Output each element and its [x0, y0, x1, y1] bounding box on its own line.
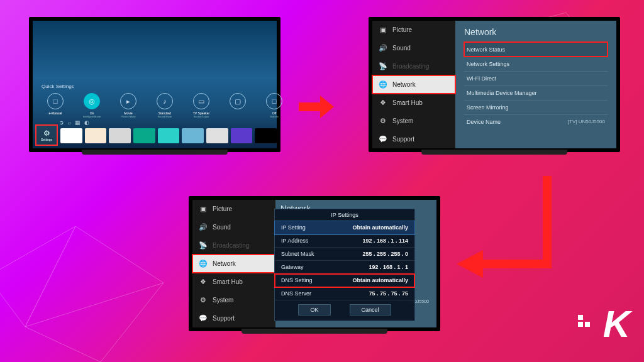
picture-icon: ▣ — [379, 26, 387, 34]
sound-icon: 🔊 — [199, 223, 208, 231]
menu-item-network[interactable]: 🌐Network — [192, 255, 275, 273]
menu-item-sound[interactable]: 🔊Sound — [192, 218, 275, 236]
ambient-icon[interactable]: ◐ — [84, 119, 89, 126]
globe-icon: 🌐 — [379, 80, 387, 89]
panel-row-multimedia[interactable]: Multimedia Device Manager — [464, 85, 608, 100]
panel-row-screen-mirroring[interactable]: Screen Mirroring — [464, 100, 608, 114]
dns-setting-row[interactable]: DNS SettingObtain automatically — [275, 274, 414, 287]
menu-item-support[interactable]: 💬Support — [372, 130, 455, 148]
brand-k-logo: K — [603, 302, 628, 346]
flow-arrow-right — [299, 94, 336, 119]
support-icon: 💬 — [199, 314, 208, 322]
gear-icon: ⚙ — [43, 129, 50, 138]
tv2-screen: ▣Picture 🔊Sound 📡Broadcasting 🌐Network ❖… — [372, 21, 616, 148]
tv-speaker-icon: ▭ — [193, 93, 209, 109]
nav-icons-row: ➲ ⌕ ▦ ◐ — [59, 119, 89, 126]
menu-item-broadcasting: 📡Broadcasting — [192, 236, 275, 255]
panel-row-network-settings[interactable]: Network Settings — [464, 57, 608, 71]
broadcast-icon: 📡 — [199, 241, 208, 250]
menu-item-system[interactable]: ⚙System — [192, 291, 275, 309]
dialog-buttons: OK Cancel — [275, 300, 414, 321]
ip-address-row[interactable]: IP Address192 . 168 . 1 . 114 — [275, 234, 414, 248]
picture-icon: ▣ — [199, 205, 208, 213]
apps-icon[interactable]: ▦ — [75, 119, 80, 126]
dialog-title: IP Settings — [275, 209, 414, 221]
app-tile[interactable] — [109, 128, 131, 143]
play-icon: ▸ — [120, 93, 136, 109]
target-icon: ◎ — [84, 93, 100, 109]
ok-button[interactable]: OK — [298, 304, 330, 315]
app-tile-row — [60, 128, 277, 143]
support-icon: 💬 — [379, 135, 387, 143]
source-icon[interactable]: ➲ — [59, 119, 64, 126]
tv-step-3: ▣Picture 🔊Sound 📡Broadcasting 🌐Network ❖… — [189, 196, 440, 331]
tv-step-2: ▣Picture 🔊Sound 📡Broadcasting 🌐Network ❖… — [369, 17, 620, 152]
menu-item-picture[interactable]: ▣Picture — [372, 21, 455, 39]
smarthub-icon: ❖ — [379, 99, 387, 107]
qs-item-sound-output[interactable]: ▭ TV Speaker Sound Output — [187, 93, 215, 118]
tv1-screen: Quick Settings □ e-Manual ◎ On Intellige… — [33, 21, 277, 148]
panel-row-network-status[interactable]: Network Status — [464, 42, 608, 57]
app-tile[interactable] — [85, 128, 107, 143]
app-tile[interactable] — [206, 128, 228, 143]
app-tile[interactable] — [255, 128, 277, 143]
network-panel: Network Network Status Network Settings … — [455, 21, 616, 148]
gear-icon: ⚙ — [199, 296, 208, 304]
cancel-button[interactable]: Cancel — [350, 304, 391, 315]
box-icon: ▢ — [230, 93, 246, 109]
sound-icon: 🔊 — [379, 44, 387, 52]
app-tile[interactable] — [60, 128, 82, 143]
subtitle-icon: □ — [266, 93, 282, 109]
qs-item-intelligent-mode[interactable]: ◎ On Intelligent Mode — [78, 93, 106, 118]
menu-item-smart-hub[interactable]: ❖Smart Hub — [372, 94, 455, 112]
qs-item-picture-mode[interactable]: ▸ Movie Picture Mode — [114, 93, 142, 118]
speaker-icon: ♪ — [157, 93, 173, 109]
ip-settings-dialog: IP Settings IP SettingObtain automatical… — [274, 209, 415, 321]
settings-menu: ▣Picture 🔊Sound 📡Broadcasting 🌐Network ❖… — [192, 200, 275, 327]
ip-setting-row[interactable]: IP SettingObtain automatically — [275, 221, 414, 234]
qs-item-emanual[interactable]: □ e-Manual — [42, 93, 69, 118]
app-tile[interactable] — [231, 128, 253, 143]
broadcast-icon: 📡 — [379, 62, 387, 70]
dns-server-row[interactable]: DNS Server75 . 75 . 75 . 75 — [275, 287, 414, 300]
logo-dots — [578, 315, 590, 327]
qs-item-blank[interactable]: ▢ — [224, 93, 252, 118]
gateway-row[interactable]: Gateway192 . 168 . 1 . 1 — [275, 261, 414, 274]
smarthub-icon: ❖ — [199, 278, 208, 286]
menu-item-smart-hub[interactable]: ❖Smart Hub — [192, 273, 275, 291]
search-icon[interactable]: ⌕ — [68, 119, 71, 126]
panel-row-device-name[interactable]: Device Name[TV] UN50J5500 — [464, 114, 608, 129]
panel-row-wifi-direct[interactable]: Wi-Fi Direct — [464, 71, 608, 85]
qs-item-sound-mode[interactable]: ♪ Standard Sound Mode — [151, 93, 179, 118]
menu-item-broadcasting: 📡Broadcasting — [372, 57, 455, 75]
menu-item-system[interactable]: ⚙System — [372, 112, 455, 130]
panel-title: Network — [464, 27, 608, 37]
menu-item-network[interactable]: 🌐Network — [372, 75, 455, 94]
app-tile[interactable] — [182, 128, 204, 143]
app-tile[interactable] — [158, 128, 180, 143]
book-icon: □ — [47, 93, 64, 109]
settings-tile[interactable]: ⚙ Settings — [36, 126, 57, 145]
quick-settings-title: Quick Settings — [42, 84, 74, 89]
globe-icon: 🌐 — [199, 260, 208, 268]
menu-item-support[interactable]: 💬Support — [192, 309, 275, 327]
subnet-mask-row[interactable]: Subnet Mask255 . 255 . 255 . 0 — [275, 248, 414, 261]
menu-item-picture[interactable]: ▣Picture — [192, 200, 275, 218]
gear-icon: ⚙ — [379, 117, 387, 125]
quick-settings-row: □ e-Manual ◎ On Intelligent Mode ▸ Movie… — [42, 93, 288, 118]
settings-menu: ▣Picture 🔊Sound 📡Broadcasting 🌐Network ❖… — [372, 21, 455, 148]
qs-item-subtitle[interactable]: □ Off Subtitle — [260, 93, 288, 118]
menu-item-sound[interactable]: 🔊Sound — [372, 39, 455, 57]
tv3-screen: ▣Picture 🔊Sound 📡Broadcasting 🌐Network ❖… — [192, 200, 436, 327]
app-tile[interactable] — [133, 128, 155, 143]
flow-arrow-down-left — [453, 176, 566, 308]
tv-step-1: Quick Settings □ e-Manual ◎ On Intellige… — [29, 17, 280, 152]
